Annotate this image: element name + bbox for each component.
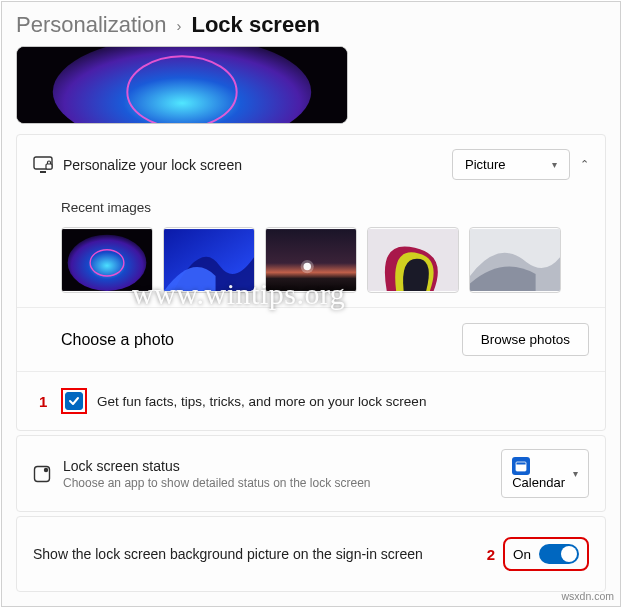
lock-screen-preview[interactable] bbox=[16, 46, 348, 124]
source-attribution: wsxdn.com bbox=[561, 590, 614, 602]
svg-rect-10 bbox=[266, 229, 356, 291]
personalize-header-row[interactable]: Personalize your lock screen Picture ▾ ⌃ bbox=[17, 135, 605, 194]
signin-toggle[interactable] bbox=[539, 544, 579, 564]
recent-images-list bbox=[61, 227, 561, 293]
svg-rect-5 bbox=[46, 164, 52, 169]
status-title: Lock screen status bbox=[63, 458, 501, 474]
annotation-highlight-2: On bbox=[503, 537, 589, 571]
chevron-right-icon: › bbox=[176, 17, 181, 34]
page-title: Lock screen bbox=[191, 12, 319, 38]
browse-photos-button[interactable]: Browse photos bbox=[462, 323, 589, 356]
personalize-label: Personalize your lock screen bbox=[63, 157, 452, 173]
fun-facts-label: Get fun facts, tips, tricks, and more on… bbox=[97, 394, 426, 409]
choose-photo-row: Choose a photo Browse photos bbox=[17, 307, 605, 371]
app-slot-icon bbox=[33, 465, 63, 483]
signin-picture-section: Show the lock screen background picture … bbox=[16, 516, 606, 592]
svg-point-7 bbox=[68, 235, 147, 291]
status-app-name: Calendar bbox=[512, 475, 565, 490]
monitor-lock-icon bbox=[33, 156, 63, 174]
svg-point-12 bbox=[301, 260, 314, 273]
recent-image-thumb[interactable] bbox=[61, 227, 153, 293]
annotation-highlight-1 bbox=[61, 388, 87, 414]
annotation-step-2: 2 bbox=[487, 546, 495, 563]
dropdown-value: Picture bbox=[465, 157, 505, 172]
annotation-step-1: 1 bbox=[39, 393, 47, 410]
chevron-down-icon: ▾ bbox=[573, 468, 578, 479]
calendar-icon bbox=[512, 457, 530, 475]
settings-page: Personalization › Lock screen bbox=[1, 1, 621, 607]
background-type-dropdown[interactable]: Picture ▾ bbox=[452, 149, 570, 180]
recent-image-thumb[interactable] bbox=[163, 227, 255, 293]
recent-images-block: Recent images bbox=[17, 194, 605, 307]
svg-point-1 bbox=[53, 47, 311, 123]
status-app-dropdown[interactable]: Calendar ▾ bbox=[501, 449, 589, 498]
collapse-icon[interactable]: ⌃ bbox=[580, 158, 589, 171]
breadcrumb-parent[interactable]: Personalization bbox=[16, 12, 166, 38]
lock-screen-preview-wrap bbox=[2, 46, 620, 132]
choose-photo-label: Choose a photo bbox=[61, 331, 174, 349]
svg-point-16 bbox=[44, 467, 48, 471]
svg-rect-4 bbox=[40, 171, 46, 173]
status-subtitle: Choose an app to show detailed status on… bbox=[63, 476, 501, 490]
chevron-down-icon: ▾ bbox=[552, 159, 557, 170]
personalize-section: Personalize your lock screen Picture ▾ ⌃… bbox=[16, 134, 606, 431]
breadcrumb: Personalization › Lock screen bbox=[2, 2, 620, 46]
signin-label: Show the lock screen background picture … bbox=[33, 546, 487, 562]
recent-image-thumb[interactable] bbox=[367, 227, 459, 293]
status-label-group: Lock screen status Choose an app to show… bbox=[63, 458, 501, 490]
fun-facts-row[interactable]: 1 Get fun facts, tips, tricks, and more … bbox=[17, 371, 605, 430]
toggle-state-label: On bbox=[513, 547, 531, 562]
recent-image-thumb[interactable] bbox=[469, 227, 561, 293]
signin-row[interactable]: Show the lock screen background picture … bbox=[17, 517, 605, 591]
status-row[interactable]: Lock screen status Choose an app to show… bbox=[17, 436, 605, 511]
fun-facts-checkbox[interactable] bbox=[65, 392, 83, 410]
recent-images-title: Recent images bbox=[61, 200, 561, 215]
recent-image-thumb[interactable] bbox=[265, 227, 357, 293]
lock-screen-status-section: Lock screen status Choose an app to show… bbox=[16, 435, 606, 512]
